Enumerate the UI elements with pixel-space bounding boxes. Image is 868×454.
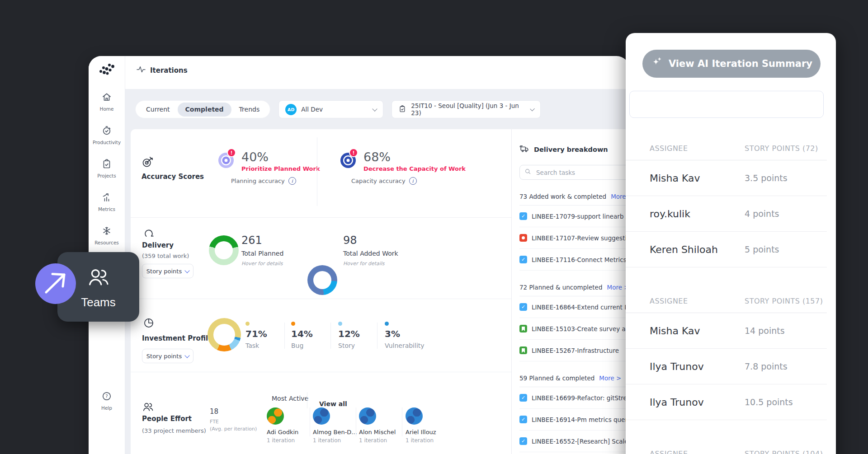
page-title: Iterations (136, 66, 188, 75)
task-row[interactable]: LINBEE-16552-[Research] Scale up co (519, 431, 629, 452)
table-row[interactable]: roy.kulik4 points (626, 196, 827, 232)
most-active-label: Most Active (272, 395, 308, 402)
info-icon[interactable] (288, 177, 296, 185)
tab-trends[interactable]: Trends (231, 101, 268, 118)
task-row[interactable]: LINBEE-15103-Create survey and sele (519, 318, 629, 340)
story-points-tables: ASSIGNEE STORY POINTS (72) Misha Kav3.5 … (626, 137, 827, 454)
avatar[interactable] (406, 407, 423, 425)
task-row[interactable]: LINBEE-16699-Refactor: gitStream re (519, 387, 629, 409)
section-title: Investment Profile (142, 334, 212, 342)
table-header: ASSIGNEE STORY POINTS (104) (626, 442, 827, 454)
task-type-icon (519, 394, 527, 402)
search-tasks-box[interactable] (519, 165, 629, 180)
delivery-section: Delivery (359 total work) Story points 2… (131, 217, 511, 299)
teams-label: Teams (81, 295, 116, 309)
sidebar-item-label: Metrics (98, 206, 115, 212)
task-row[interactable]: LINBEE-15267-Infrastructure (519, 340, 629, 361)
table-row[interactable]: Misha Kav14 points (626, 313, 827, 349)
team-select[interactable]: AD All Dev (278, 100, 383, 118)
task-row[interactable]: LINBEE-16864-Extend current E2E int (519, 296, 629, 318)
productivity-icon (101, 125, 112, 138)
more-link[interactable]: More > (599, 374, 621, 382)
table-row[interactable]: Keren Shiloah5 points (626, 232, 827, 267)
iteration-summary-input[interactable] (629, 91, 824, 118)
fte-label: FTE (210, 419, 219, 425)
member-iterations: 1 iteration (406, 437, 436, 444)
capacity-accuracy-message: Decrease the Capacity of Work (363, 165, 466, 172)
section-title: Delivery (142, 241, 174, 249)
assignee-name: Ilya Trunov (650, 397, 745, 408)
planning-accuracy-caption: Planning accuracy (231, 177, 296, 185)
sidebar-item-resources[interactable]: Resources (94, 225, 119, 245)
sidebar-item-projects[interactable]: Projects (97, 159, 116, 178)
people-effort-section: People Effort (33 project members) 18 FT… (131, 372, 511, 454)
total-added-donut[interactable] (307, 265, 337, 295)
assignee-name: Keren Shiloah (650, 244, 745, 255)
total-planned-donut[interactable] (209, 235, 239, 265)
table-row[interactable]: Misha Kav3.5 points (626, 160, 827, 196)
iteration-select[interactable]: 25IT10 - Seoul [Quality] (Jun 3 - Jun 23… (392, 100, 541, 118)
task-row[interactable]: LINBEE-17116-Connect Metrics Inspec (519, 249, 629, 271)
help-icon: ? (101, 391, 112, 403)
task-title: LINBEE-16914-Pm metrics query ehnc (532, 416, 629, 423)
task-title: LINBEE-16699-Refactor: gitStream re (532, 394, 629, 402)
avatar[interactable] (359, 407, 376, 425)
view-ai-summary-button[interactable]: View AI Iteration Summary (642, 50, 821, 78)
pie-chart-icon (143, 317, 155, 331)
investment-donut[interactable] (208, 318, 241, 351)
linearb-logo[interactable] (98, 63, 116, 78)
section-title: People Effort (142, 415, 192, 423)
breakdown-group: 72 Planned & uncompletedMore > LINBEE-16… (519, 279, 629, 361)
total-planned-value: 261 (241, 234, 262, 247)
group-count-label: 59 Planned & completed (519, 374, 594, 382)
fte-value: 18 (210, 407, 218, 416)
bug-color-dot (291, 322, 295, 326)
home-icon (101, 92, 112, 104)
info-icon[interactable] (409, 177, 417, 185)
stat-vulnerability: 3% Vulnerability (385, 322, 425, 349)
breakdown-group: 73 Added work & completedMore > LINBEE-1… (519, 188, 629, 271)
people-count-label: (33 project members) (142, 427, 206, 434)
resources-icon (101, 225, 112, 238)
search-input[interactable] (535, 168, 618, 177)
sparkles-icon (651, 57, 662, 71)
avatar[interactable] (267, 407, 284, 425)
divider (356, 407, 356, 436)
table-row[interactable]: Ilya Trunov7.8 points (626, 349, 827, 384)
task-row[interactable]: LINBEE-17107-Review suggestion line (519, 227, 629, 249)
tab-completed[interactable]: Completed (178, 103, 231, 117)
member-iterations: 1 iteration (313, 437, 357, 444)
sidebar-item-home[interactable]: Home (99, 92, 113, 112)
divider (284, 323, 285, 349)
member-card: Adi Godkin 1 iteration (267, 407, 298, 444)
teams-people-icon (86, 266, 111, 292)
pulse-icon (136, 66, 146, 75)
view-all-link[interactable]: View all (319, 400, 347, 407)
alert-badge-icon: ! (227, 148, 236, 157)
delivery-unit-select[interactable]: Story points (142, 264, 193, 278)
story-points: 3.5 points (745, 173, 788, 183)
tab-current[interactable]: Current (138, 101, 178, 118)
planning-accuracy-value: 40% (241, 150, 320, 164)
story-color-dot (338, 322, 342, 326)
member-name: Ariel Illouz (406, 429, 436, 435)
task-row[interactable]: LINBEE-16914-Pm metrics query ehnc (519, 409, 629, 431)
sidebar-item-productivity[interactable]: Productivity (93, 125, 121, 145)
accuracy-scores-section: Accuracy Scores ! 40% Prioritize Planned… (131, 129, 511, 217)
table-row[interactable]: Ilya Trunov10.5 points (626, 384, 827, 420)
table-header: ASSIGNEE STORY POINTS (72) (626, 137, 827, 160)
cursor-highlight-circle (35, 263, 76, 304)
investment-unit-select[interactable]: Story points (142, 349, 193, 363)
sidebar-item-metrics[interactable]: Metrics (98, 192, 115, 212)
clipboard-check-icon (398, 105, 406, 114)
section-title: Accuracy Scores (142, 173, 204, 181)
task-type-icon (519, 212, 527, 220)
table-header: ASSIGNEE STORY POINTS (157) (626, 290, 827, 313)
projects-icon (101, 159, 112, 171)
task-row[interactable]: LINBEE-17079-support linearb AI for (519, 206, 629, 227)
sidebar-item-help[interactable]: ? Help (101, 391, 112, 411)
avatar[interactable] (313, 407, 330, 425)
task-title: LINBEE-16552-[Research] Scale up co (532, 438, 629, 445)
planning-accuracy-message: Prioritize Planned Work (241, 165, 320, 172)
story-points: 4 points (745, 209, 779, 219)
